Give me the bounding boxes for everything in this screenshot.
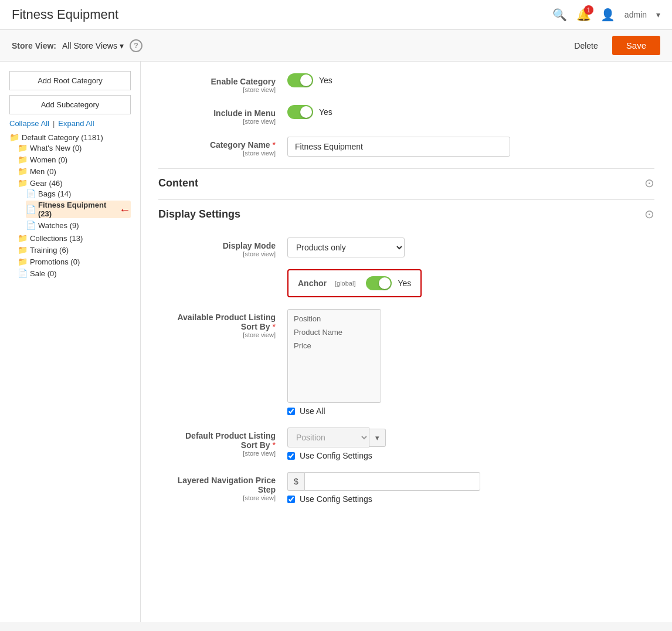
- use-config-checkbox[interactable]: [287, 452, 295, 460]
- anchor-label: Anchor: [298, 279, 327, 288]
- required-indicator: *: [273, 140, 276, 150]
- toggle-knob: [379, 277, 391, 289]
- tree-item-whats-new[interactable]: 📁 What's New (0): [18, 143, 131, 152]
- tree-item-sale[interactable]: 📄 Sale (0): [18, 269, 131, 278]
- category-tree: 📁 Default Category (1181) 📁 What's New (…: [9, 131, 131, 280]
- anchor-scope: [global]: [335, 280, 355, 287]
- enable-category-scope: [store view]: [158, 86, 276, 93]
- page-title: Fitness Equipment: [12, 7, 118, 22]
- price-input-group: $: [287, 472, 480, 491]
- enable-category-value: Yes: [319, 76, 332, 85]
- tree-item-label: Men (0): [30, 167, 56, 176]
- folder-icon: 📁: [18, 178, 28, 188]
- include-menu-scope: [store view]: [158, 118, 276, 125]
- content-section-title: Content: [158, 177, 198, 189]
- tree-item-training[interactable]: 📁 Training (6): [18, 245, 131, 255]
- tree-item-active-label: Fitness Equipment (23): [38, 201, 114, 218]
- default-sort-row: Default Product ListingSort By * [store …: [158, 428, 654, 460]
- enable-category-label: Enable Category: [211, 77, 276, 86]
- use-config-checkbox2[interactable]: [287, 496, 295, 503]
- anchor-toggle[interactable]: [366, 276, 392, 290]
- tree-item-women[interactable]: 📁 Women (0): [18, 155, 131, 164]
- tree-item-gear[interactable]: 📁 Gear (46): [18, 178, 131, 188]
- admin-dropdown-icon[interactable]: ▾: [656, 10, 660, 19]
- category-name-label: Category Name: [210, 140, 270, 150]
- display-mode-select[interactable]: Products only: [287, 238, 405, 257]
- category-name-row: Category Name * [store view]: [158, 137, 654, 157]
- anchor-box: Anchor [global] Yes: [287, 269, 422, 297]
- display-mode-label: Display Mode: [223, 241, 276, 250]
- add-subcategory-button[interactable]: Add Subcategory: [9, 95, 131, 114]
- layered-nav-row: Layered Navigation PriceStep [store view…: [158, 472, 654, 504]
- category-name-scope: [store view]: [158, 150, 276, 157]
- folder-icon: 📁: [18, 257, 28, 266]
- include-menu-toggle[interactable]: [287, 105, 313, 119]
- save-button[interactable]: Save: [612, 36, 660, 55]
- content-section-header[interactable]: Content ⊙: [158, 168, 654, 197]
- page-icon: 📄: [26, 220, 36, 230]
- notification-badge: 1: [584, 5, 593, 15]
- tree-item-collections[interactable]: 📁 Collections (13): [18, 233, 131, 243]
- listbox-option-price[interactable]: Price: [290, 339, 378, 352]
- include-menu-row: Include in Menu [store view] Yes: [158, 105, 654, 125]
- tree-item-promotions[interactable]: 📁 Promotions (0): [18, 257, 131, 266]
- search-icon[interactable]: 🔍: [552, 8, 567, 22]
- store-view-dropdown-icon: ▾: [120, 41, 124, 50]
- tree-item-label: Women (0): [30, 155, 67, 164]
- anchor-value: Yes: [398, 279, 411, 288]
- store-view-label: Store View:: [12, 41, 56, 50]
- content-area: Enable Category [store view] Yes Include…: [141, 62, 672, 622]
- use-all-label: Use All: [300, 406, 325, 416]
- tree-item-bags[interactable]: 📄 Bags (14): [26, 189, 131, 198]
- delete-button[interactable]: Delete: [567, 38, 605, 54]
- tree-item-men[interactable]: 📁 Men (0): [18, 167, 131, 176]
- user-icon: 👤: [600, 8, 615, 22]
- tree-item-label: Default Category (1181): [22, 133, 103, 142]
- available-sort-listbox[interactable]: Position Product Name Price: [287, 309, 381, 403]
- tree-item-label: Watches (9): [38, 221, 79, 230]
- page-icon: 📄: [26, 205, 36, 214]
- use-config-row: Use Config Settings: [287, 451, 386, 460]
- folder-icon: 📁: [9, 133, 19, 142]
- use-all-checkbox[interactable]: [287, 408, 295, 415]
- help-icon[interactable]: ?: [130, 39, 142, 52]
- anchor-row: Anchor [global] Yes: [158, 269, 654, 297]
- notification-icon[interactable]: 🔔 1: [576, 8, 591, 22]
- include-menu-label: Include in Menu: [213, 108, 276, 118]
- toggle-knob: [300, 74, 312, 86]
- default-sort-select[interactable]: Position: [287, 428, 369, 447]
- store-view-select[interactable]: All Store Views ▾: [62, 41, 124, 50]
- available-sort-row: Available Product ListingSort By * [stor…: [158, 309, 654, 416]
- display-settings-section-header[interactable]: Display Settings ⊙: [158, 199, 654, 228]
- admin-label[interactable]: admin: [625, 10, 647, 19]
- tree-item-watches[interactable]: 📄 Watches (9): [26, 220, 131, 230]
- tree-item-default-category[interactable]: 📁 Default Category (1181): [9, 133, 131, 142]
- display-mode-scope: [store view]: [158, 250, 276, 257]
- required-indicator: *: [273, 322, 276, 331]
- layered-nav-label: Layered Navigation PriceStep: [178, 476, 276, 494]
- layered-nav-input[interactable]: [304, 472, 480, 491]
- content-section-toggle-icon: ⊙: [644, 176, 654, 190]
- enable-category-toggle[interactable]: [287, 73, 313, 87]
- category-name-input[interactable]: [287, 137, 510, 157]
- page-icon: 📄: [26, 189, 36, 198]
- expand-all-link[interactable]: Expand All: [58, 119, 94, 128]
- listbox-option-product-name[interactable]: Product Name: [290, 325, 378, 339]
- tree-item-label: Collections (13): [30, 234, 83, 243]
- toggle-knob: [300, 106, 312, 118]
- default-sort-label: Default Product ListingSort By: [185, 431, 276, 450]
- tree-item-label: Promotions (0): [30, 257, 80, 266]
- listbox-option-position[interactable]: Position: [290, 312, 378, 325]
- tree-item-fitness-equipment[interactable]: 📄 Fitness Equipment (23) ←: [26, 201, 131, 218]
- selection-arrow: ←: [119, 203, 131, 216]
- tree-item-label: Sale (0): [30, 269, 57, 278]
- add-root-category-button[interactable]: Add Root Category: [9, 71, 131, 90]
- collapse-all-link[interactable]: Collapse All: [9, 119, 49, 128]
- available-sort-label: Available Product ListingSort By: [177, 313, 276, 331]
- display-settings-toggle-icon: ⊙: [644, 207, 654, 221]
- folder-icon: 📁: [18, 143, 28, 152]
- display-mode-row: Display Mode [store view] Products only: [158, 238, 654, 257]
- default-sort-arrow-btn[interactable]: ▾: [369, 429, 386, 447]
- tree-item-label: Bags (14): [38, 189, 71, 198]
- tree-item-label: Training (6): [30, 246, 69, 255]
